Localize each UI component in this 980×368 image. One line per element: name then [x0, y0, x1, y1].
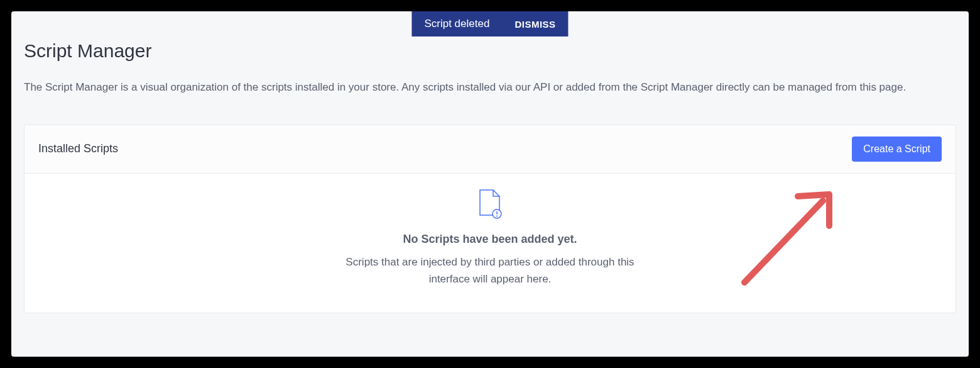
- create-script-button[interactable]: Create a Script: [852, 137, 942, 162]
- page-title: Script Manager: [24, 40, 956, 62]
- notification-toast: Script deleted DISMISS: [411, 11, 568, 36]
- page-container: Script deleted DISMISS Script Manager Th…: [11, 11, 969, 357]
- panel-header: Installed Scripts Create a Script: [24, 125, 956, 174]
- empty-state-title: No Scripts have been added yet.: [40, 233, 940, 246]
- panel-title: Installed Scripts: [38, 142, 118, 155]
- toast-message: Script deleted: [424, 18, 489, 30]
- svg-point-2: [496, 215, 498, 216]
- panel-body: No Scripts have been added yet. Scripts …: [24, 174, 956, 313]
- file-alert-icon: [478, 189, 502, 221]
- installed-scripts-panel: Installed Scripts Create a Script No Scr…: [24, 125, 956, 313]
- empty-state-description: Scripts that are injected by third parti…: [327, 254, 653, 287]
- dismiss-button[interactable]: DISMISS: [514, 19, 555, 30]
- page-description: The Script Manager is a visual organizat…: [24, 79, 956, 96]
- content-wrapper: Script Manager The Script Manager is a v…: [11, 11, 969, 313]
